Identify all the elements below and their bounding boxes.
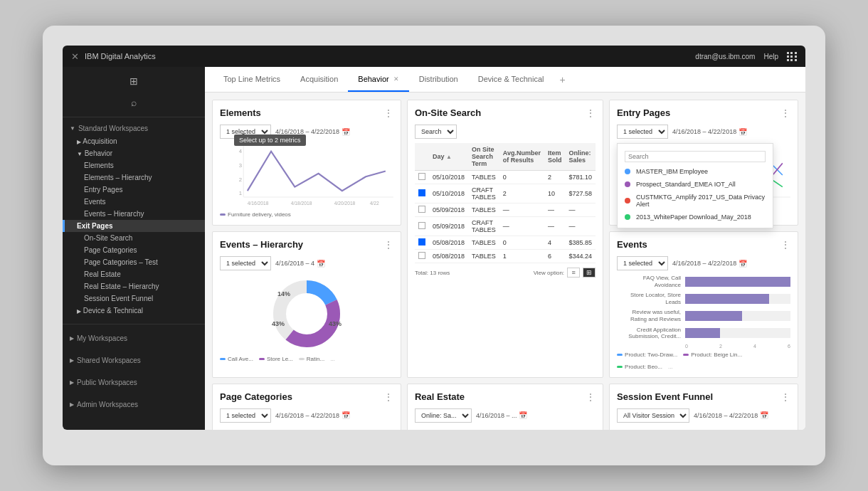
tab-acquisition[interactable]: Acquisition <box>290 67 348 92</box>
widget-onsite-search-title: On-Site Search <box>415 107 481 118</box>
tab-distribution[interactable]: Distribution <box>409 67 468 92</box>
dropdown-item-2[interactable]: CUSTMKTG_Amplify 2017_US_Data Privacy Al… <box>618 191 773 211</box>
sidebar-item-session-event-funnel[interactable]: Session Event Funnel <box>63 292 205 305</box>
widget-events-hierarchy-menu[interactable]: ⋮ <box>383 239 393 250</box>
help-link[interactable]: Help <box>763 53 778 60</box>
widget-events-date: 4/16/2018 – 4/22/2018 📅 <box>672 260 747 268</box>
checkbox-2[interactable] <box>418 206 425 213</box>
widget-page-categories-menu[interactable]: ⋮ <box>383 391 393 403</box>
donut-legend-dot-0 <box>220 358 226 360</box>
table-row: 05/10/2018 CRAFT TABLES 2 10 $727.58 <box>415 184 596 204</box>
bar-track-0 <box>685 277 790 287</box>
calendar-icon-evh[interactable]: 📅 <box>317 260 325 268</box>
view-list-button[interactable]: ≡ <box>567 268 580 278</box>
dropdown-item-1[interactable]: Prospect_Standard_EMEA IOT_All <box>618 178 773 191</box>
sidebar-item-real-estate[interactable]: Real Estate <box>63 268 205 280</box>
widget-page-categories-date: 4/16/2018 – 4/22/2018 📅 <box>275 411 350 419</box>
calendar-icon-re[interactable]: 📅 <box>519 411 527 419</box>
calendar-icon[interactable]: 📅 <box>342 128 350 136</box>
sidebar-header-my[interactable]: ▶ My Workspaces <box>63 332 205 345</box>
widget-onsite-search-select[interactable]: Search <box>415 125 457 139</box>
sidebar-item-real-estate-hierarchy[interactable]: Real Estate – Hierarchy <box>63 280 205 292</box>
sidebar-item-exit-pages[interactable]: Exit Pages <box>63 220 205 232</box>
widget-entry-pages-select[interactable]: 1 selected <box>617 125 668 139</box>
checkbox-4[interactable] <box>418 238 425 246</box>
dropdown-item-3[interactable]: 2013_WhitePaper Download_May_2018 <box>618 211 773 223</box>
sidebar-item-onsite-search[interactable]: On-Site Search <box>63 232 205 244</box>
sidebar-section-public: ▶ Public Workspaces <box>63 371 205 394</box>
widget-real-estate-date: 4/16/2018 – ... 📅 <box>476 411 528 419</box>
table-row: 05/09/2018 TABLES — — — <box>415 204 596 217</box>
events-legend-more[interactable]: ... <box>668 364 673 370</box>
col-item-sold[interactable]: Item Sold <box>544 143 566 171</box>
widget-events-title: Events <box>617 239 647 250</box>
tab-close-icon[interactable]: ✕ <box>393 75 399 83</box>
tab-device-technical[interactable]: Device & Technical <box>468 67 554 92</box>
sidebar-item-device-technical[interactable]: ▶ Device & Technical <box>63 305 205 317</box>
sidebar-item-page-categories-test[interactable]: Page Categories – Test <box>63 256 205 268</box>
calendar-icon-entry[interactable]: 📅 <box>739 128 747 136</box>
grid-icon[interactable] <box>787 52 797 61</box>
widget-events-menu[interactable]: ⋮ <box>780 239 790 250</box>
laptop-screen: ✕ IBM Digital Analytics dtran@us.ibm.com… <box>63 46 805 430</box>
bar-label-1: Store Locator, Store Leads <box>617 292 681 305</box>
tabs-bar: Top Line Metrics Acquisition Behavior ✕ … <box>205 67 805 93</box>
view-grid-button[interactable]: ⊞ <box>583 268 596 278</box>
close-icon[interactable]: ✕ <box>71 51 79 62</box>
sidebar-separator-1 <box>63 324 205 324</box>
sidebar-header-standard[interactable]: ▼ Standard Workspaces <box>63 122 205 135</box>
top-bar-left: ✕ IBM Digital Analytics <box>71 51 156 62</box>
widget-entry-pages-menu[interactable]: ⋮ <box>780 107 790 119</box>
sidebar-header-public[interactable]: ▶ Public Workspaces <box>63 376 205 389</box>
tab-top-line-metrics[interactable]: Top Line Metrics <box>213 67 290 92</box>
checkbox-5[interactable] <box>418 252 425 259</box>
sidebar-icon-bar: ⊞ ⌕ <box>63 67 205 117</box>
sidebar-item-behavior-section[interactable]: ▼ Behavior <box>63 147 205 159</box>
col-day[interactable]: Day ▲ <box>429 143 468 171</box>
calendar-icon-events[interactable]: 📅 <box>739 260 747 268</box>
widget-events-hierarchy-date: 4/16/2018 – 4 📅 <box>275 260 325 268</box>
events-legend-dot-1 <box>683 354 689 356</box>
widget-elements-menu[interactable]: ⋮ <box>383 107 393 119</box>
widget-session-event-funnel: Session Event Funnel ⋮ All Visitor Sessi… <box>609 384 798 430</box>
widget-events-hierarchy-select[interactable]: 1 selected <box>220 256 271 270</box>
svg-text:4/22: 4/22 <box>370 201 379 206</box>
checkbox-0[interactable] <box>418 173 425 180</box>
legend-more[interactable]: ... <box>330 356 335 362</box>
checkbox-1[interactable] <box>418 189 425 196</box>
tab-add-button[interactable]: + <box>554 74 571 85</box>
sidebar-icon-grid[interactable]: ⊞ <box>63 73 205 90</box>
col-search-term[interactable]: On Site Search Term <box>468 143 499 171</box>
sidebar-item-entry-pages[interactable]: Entry Pages <box>63 184 205 196</box>
widget-session-event-funnel-select[interactable]: All Visitor Session <box>617 408 689 423</box>
widget-page-categories-title: Page Categories <box>220 391 292 402</box>
tab-behavior[interactable]: Behavior ✕ <box>348 67 408 92</box>
sidebar-item-page-categories[interactable]: Page Categories <box>63 244 205 256</box>
widget-session-event-funnel-header: Session Event Funnel ⋮ <box>617 391 790 403</box>
checkbox-3[interactable] <box>418 222 425 229</box>
widget-real-estate-menu[interactable]: ⋮ <box>586 391 596 403</box>
widget-real-estate-select[interactable]: Online: Sa... <box>415 408 472 423</box>
widget-onsite-search-menu[interactable]: ⋮ <box>586 107 596 119</box>
sidebar-header-shared[interactable]: ▶ Shared Workspaces <box>63 354 205 367</box>
sidebar-item-elements-hierarchy[interactable]: Elements – Hierarchy <box>63 171 205 184</box>
dropdown-item-0[interactable]: MASTER_IBM Employee <box>618 165 773 178</box>
bar-label-2: Review was useful, Rating and Reviews <box>617 309 681 322</box>
widget-page-categories-select[interactable]: 1 selected <box>220 408 271 423</box>
widget-events-select[interactable]: 1 selected <box>617 256 668 270</box>
sidebar-icon-search[interactable]: ⌕ <box>63 94 205 111</box>
col-avg-results[interactable]: Avg.Number of Results <box>499 143 544 171</box>
sidebar-item-events[interactable]: Events <box>63 196 205 208</box>
widget-session-event-funnel-menu[interactable]: ⋮ <box>780 391 790 403</box>
bar-row-3: Credit Application Submission, Credit... <box>617 327 790 340</box>
sidebar-item-acquisition-section[interactable]: ▶ Acquisition <box>63 135 205 147</box>
sidebar-item-elements[interactable]: Elements <box>63 159 205 171</box>
col-online-sales[interactable]: Online: Sales <box>566 143 596 171</box>
calendar-icon-pc[interactable]: 📅 <box>342 411 350 419</box>
widget-onsite-search: On-Site Search ⋮ Search <box>407 100 603 378</box>
calendar-icon-sef[interactable]: 📅 <box>760 411 768 419</box>
dropdown-search-input[interactable] <box>625 151 766 162</box>
col-checkbox[interactable] <box>415 143 429 171</box>
sidebar-item-events-hierarchy[interactable]: Events – Hierarchy <box>63 208 205 220</box>
sidebar-header-admin[interactable]: ▶ Admin Workspaces <box>63 398 205 411</box>
